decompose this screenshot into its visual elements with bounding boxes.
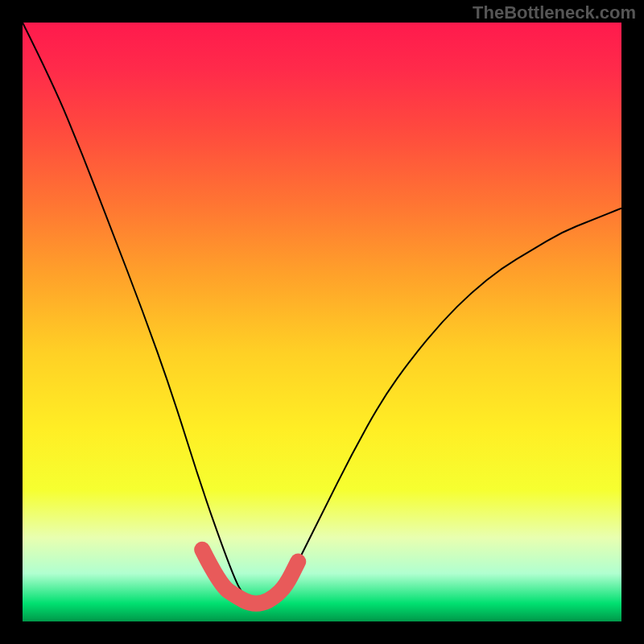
bottleneck-curve — [23, 23, 621, 602]
brand-watermark: TheBottleneck.com — [473, 2, 636, 23]
optimal-zone-highlight — [202, 550, 298, 604]
chart-svg — [23, 23, 621, 621]
chart-frame: TheBottleneck.com — [0, 0, 644, 644]
